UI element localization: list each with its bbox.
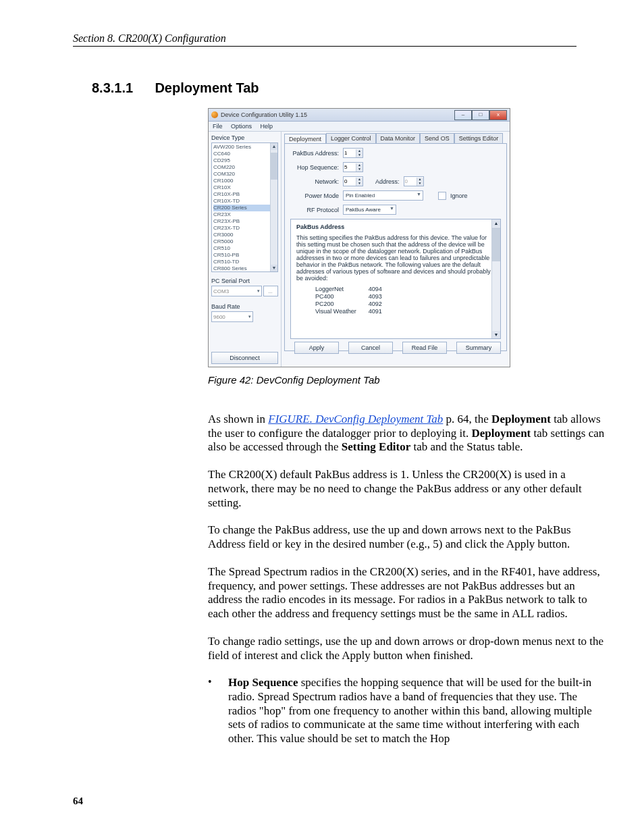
scroll-down-icon[interactable]: ▼	[492, 331, 500, 338]
help-table-row: Visual Weather4091	[315, 308, 394, 315]
pakbus-address-input[interactable]	[344, 150, 356, 156]
address-spinner[interactable]: ▲▼	[404, 176, 424, 186]
device-list-item[interactable]: CR5000	[213, 238, 276, 245]
serial-port-select[interactable]: COM3▾	[211, 286, 262, 296]
device-list-item[interactable]: CR800 Series	[213, 265, 276, 272]
scroll-thumb[interactable]	[271, 153, 277, 180]
paragraph: The Spread Spectrum radios in the CR200(…	[208, 565, 606, 621]
ignore-checkbox[interactable]	[438, 192, 446, 200]
help-table: LoggerNet4094PC4004093PC2004092Visual We…	[315, 286, 394, 315]
ignore-label: Ignore	[450, 192, 468, 199]
summary-button[interactable]: Summary	[456, 342, 501, 354]
network-input[interactable]	[344, 178, 356, 184]
bullet-dot-icon: •	[208, 676, 228, 746]
device-list-item[interactable]: CR3000	[213, 232, 276, 238]
minimize-button[interactable]: –	[454, 110, 472, 120]
rf-protocol-label: RF Protocol	[290, 207, 339, 213]
tab-bar: Deployment Logger Control Data Monitor S…	[284, 133, 507, 143]
spin-down-icon[interactable]: ▼	[356, 167, 363, 172]
scroll-down-icon[interactable]: ▼	[271, 265, 277, 271]
paragraph: To change radio settings, use the up and…	[208, 635, 606, 662]
device-list-item[interactable]: CR23X	[213, 211, 276, 218]
pakbus-address-spinner[interactable]: ▲▼	[343, 148, 363, 158]
help-panel: PakBus Address This setting specifies th…	[290, 219, 501, 339]
titlebar: Device Configuration Utility 1.15 – □ x	[209, 109, 510, 122]
device-list-item[interactable]: CR510-PB	[213, 252, 276, 259]
hop-sequence-spinner[interactable]: ▲▼	[343, 162, 363, 172]
button-row: Apply Cancel Read File Summary	[290, 339, 501, 354]
device-list-item[interactable]: CR200 Series	[213, 205, 276, 211]
tab-logger-control[interactable]: Logger Control	[326, 133, 376, 143]
device-list-item[interactable]: CR1000	[213, 178, 276, 184]
maximize-button[interactable]: □	[472, 110, 489, 120]
power-mode-label: Power Mode	[290, 192, 339, 199]
tab-send-os[interactable]: Send OS	[420, 133, 454, 143]
help-title: PakBus Address	[296, 224, 344, 230]
device-list-item[interactable]: CR23X-TD	[213, 225, 276, 232]
read-file-button[interactable]: Read File	[402, 342, 447, 354]
menu-file[interactable]: File	[213, 123, 223, 130]
device-list-item[interactable]: CR10X-PB	[213, 191, 276, 198]
menu-options[interactable]: Options	[231, 123, 252, 130]
network-spinner[interactable]: ▲▼	[343, 176, 363, 186]
screenshot-figure: Device Configuration Utility 1.15 – □ x …	[208, 108, 512, 367]
tab-deployment[interactable]: Deployment	[284, 134, 326, 144]
power-mode-select[interactable]: Pin Enabled	[343, 190, 423, 201]
section-running-header: Section 8. CR200(X) Configuration	[73, 32, 576, 47]
spin-down-icon[interactable]: ▼	[356, 182, 363, 186]
device-list-item[interactable]: COM220	[213, 164, 276, 171]
help-body: This setting specifies the PakBus addres…	[296, 234, 491, 282]
paragraph: To change the PakBus address, use the up…	[208, 523, 606, 551]
figure-link[interactable]: FIGURE. DevConfig Deployment Tab	[268, 413, 443, 425]
spin-down-icon[interactable]: ▼	[417, 182, 423, 186]
spin-down-icon[interactable]: ▼	[356, 153, 363, 157]
device-list-item[interactable]: CC640	[213, 151, 276, 157]
device-list-item[interactable]: CR510	[213, 245, 276, 252]
device-type-list[interactable]: AVW200 SeriesCC640CD295COM220COM320CR100…	[211, 142, 278, 272]
device-list-item[interactable]: CR23X-PB	[213, 218, 276, 225]
disconnect-button[interactable]: Disconnect	[211, 352, 278, 364]
help-table-row: LoggerNet4094	[315, 286, 394, 293]
bullet-list: • Hop Sequence specifies the hopping seq…	[208, 676, 606, 746]
device-list-item[interactable]: CR510-TD	[213, 259, 276, 265]
device-list-item[interactable]: AVW200 Series	[213, 144, 276, 151]
app-icon	[211, 111, 218, 118]
bullet-item: • Hop Sequence specifies the hopping seq…	[208, 676, 606, 746]
paragraph: As shown in FIGURE. DevConfig Deployment…	[208, 413, 606, 454]
body-text: As shown in FIGURE. DevConfig Deployment…	[208, 413, 606, 662]
help-table-row: PC2004092	[315, 301, 394, 308]
help-table-row: PC4004093	[315, 293, 394, 301]
heading-number: 8.3.1.1	[92, 80, 133, 96]
menu-help[interactable]: Help	[261, 123, 273, 130]
device-list-item[interactable]: CR10X	[213, 184, 276, 191]
serial-port-browse-button[interactable]: …	[263, 286, 278, 296]
tab-data-monitor[interactable]: Data Monitor	[376, 133, 421, 143]
figure-caption: Figure 42: DevConfig Deployment Tab	[208, 374, 576, 386]
device-list-item[interactable]: COM320	[213, 171, 276, 178]
close-button[interactable]: x	[489, 110, 507, 120]
scroll-up-icon[interactable]: ▲	[271, 143, 277, 150]
right-panel: Deployment Logger Control Data Monitor S…	[281, 132, 510, 367]
page-number: 64	[73, 796, 83, 807]
window-title: Device Configuration Utility 1.15	[221, 111, 307, 118]
device-list-item[interactable]: CR10X-TD	[213, 198, 276, 205]
hop-sequence-input[interactable]	[344, 164, 356, 170]
apply-button[interactable]: Apply	[294, 342, 339, 354]
menubar: File Options Help	[209, 122, 510, 132]
address-input[interactable]	[404, 178, 417, 184]
heading-title: Deployment Tab	[155, 80, 259, 96]
left-panel: Device Type AVW200 SeriesCC640CD295COM22…	[209, 132, 281, 367]
scroll-up-icon[interactable]: ▲	[492, 219, 500, 227]
serial-port-label: PC Serial Port	[211, 278, 278, 284]
bullet-term: Hop Sequence	[228, 676, 298, 689]
cancel-button[interactable]: Cancel	[348, 342, 393, 354]
scroll-thumb[interactable]	[492, 228, 500, 261]
device-list-item[interactable]: CD295	[213, 157, 276, 164]
tab-body: PakBus Address: ▲▼ Hop Sequence: ▲▼ Netw…	[284, 143, 507, 351]
address-label: Address:	[375, 178, 400, 185]
rf-protocol-select[interactable]: PakBus Aware	[343, 205, 396, 215]
heading: 8.3.1.1 Deployment Tab	[92, 80, 576, 96]
tab-settings-editor[interactable]: Settings Editor	[454, 133, 504, 143]
baud-rate-label: Baud Rate	[211, 303, 278, 310]
baud-rate-select[interactable]: 9600▾	[211, 311, 253, 322]
